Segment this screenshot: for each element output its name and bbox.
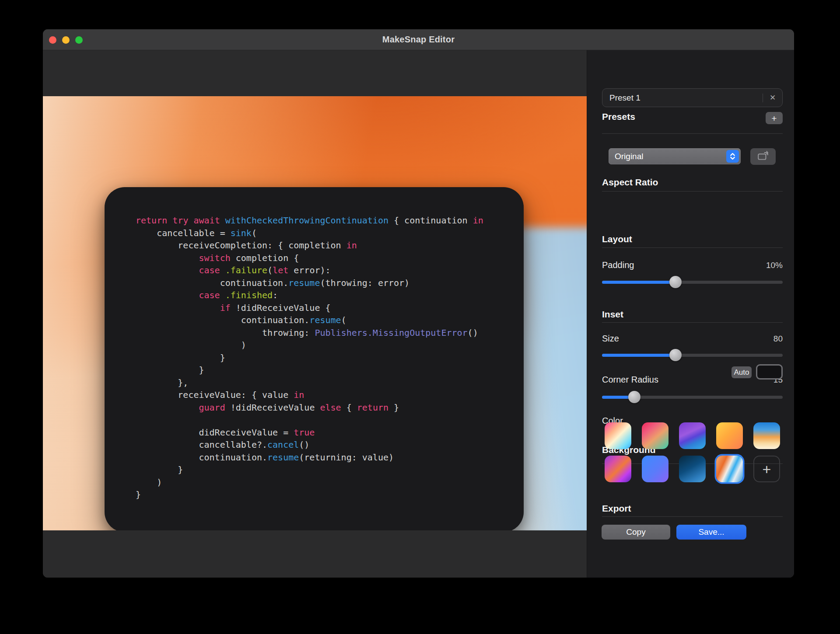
inset-header: Inset [602,309,623,320]
corner-radius-slider[interactable] [602,391,783,403]
code-block: return try await withCheckedThrowingCont… [136,214,515,501]
background-swatch-pink-cream-cyan[interactable] [605,422,631,449]
background-swatch-orange-blue-swirl[interactable] [716,456,743,482]
slider-fill [602,281,674,284]
background-swatch-purple-blue-wave[interactable] [679,422,706,449]
copy-button[interactable]: Copy [602,525,670,540]
plus-icon: + [763,462,771,477]
section-divider [602,516,783,517]
section-divider [602,322,783,323]
aspect-ratio-select[interactable]: Original [609,148,741,164]
section-divider [602,191,783,192]
slider-knob[interactable] [669,276,682,288]
add-background-button[interactable]: + [753,456,780,482]
settings-sidebar: Presets + Preset 1 ✕ Aspect Ratio Origin… [587,50,794,578]
layout-header: Layout [602,234,632,244]
background-swatch-blue-violet[interactable] [642,456,668,482]
popup-stepper-icon [726,150,739,163]
slider-knob[interactable] [669,349,682,361]
zoom-window-button[interactable] [75,36,83,44]
color-well[interactable] [756,364,783,380]
titlebar[interactable]: MakeSnap Editor [43,29,794,50]
rotate-rectangle-icon [757,150,769,163]
add-preset-button[interactable]: + [766,112,783,124]
preset-name: Preset 1 [602,93,763,103]
section-divider [602,247,783,248]
background-swatch-magenta-orange-teal[interactable] [642,422,668,449]
background-image: return try await withCheckedThrowingCont… [43,96,587,530]
slider-fill [602,354,674,357]
background-swatch-row [605,422,780,449]
corner-radius-label: Corner Radius [602,375,658,385]
background-swatch-dark-blue-clouds[interactable] [679,456,706,482]
background-swatch-orange-amber[interactable] [716,422,743,449]
section-divider [602,133,783,134]
traffic-lights [49,29,83,50]
aspect-ratio-header: Aspect Ratio [602,177,658,188]
remove-preset-button[interactable]: ✕ [763,93,782,102]
size-label: Size [602,334,619,344]
presets-header: Presets [602,111,635,122]
preview-canvas: return try await withCheckedThrowingCont… [43,50,587,578]
size-slider[interactable] [602,349,783,361]
plus-icon: + [771,114,777,123]
background-swatch-blue-orange-haze[interactable] [753,422,780,449]
padding-label: Padding [602,260,634,270]
desktop-background: MakeSnap Editor return try await withChe… [0,0,840,634]
padding-value: 10% [766,261,783,270]
background-swatch-nebula[interactable] [605,456,631,482]
window-content: return try await withCheckedThrowingCont… [43,50,794,578]
background-swatch-row: + [605,456,780,482]
window-title: MakeSnap Editor [382,35,455,45]
minimize-window-button[interactable] [62,36,70,44]
save-button[interactable]: Save... [676,525,746,540]
padding-slider[interactable] [602,276,783,288]
auto-color-button[interactable]: Auto [732,366,752,378]
code-window: return try await withCheckedThrowingCont… [105,187,524,530]
export-header: Export [602,503,631,514]
app-window: MakeSnap Editor return try await withChe… [43,29,794,578]
swap-orientation-button[interactable] [750,148,776,165]
aspect-ratio-selected-value: Original [609,152,726,161]
size-value: 80 [774,334,783,344]
preset-item[interactable]: Preset 1 ✕ [602,88,783,107]
close-window-button[interactable] [49,36,56,44]
slider-knob[interactable] [628,391,640,403]
slider-fill [602,396,630,399]
